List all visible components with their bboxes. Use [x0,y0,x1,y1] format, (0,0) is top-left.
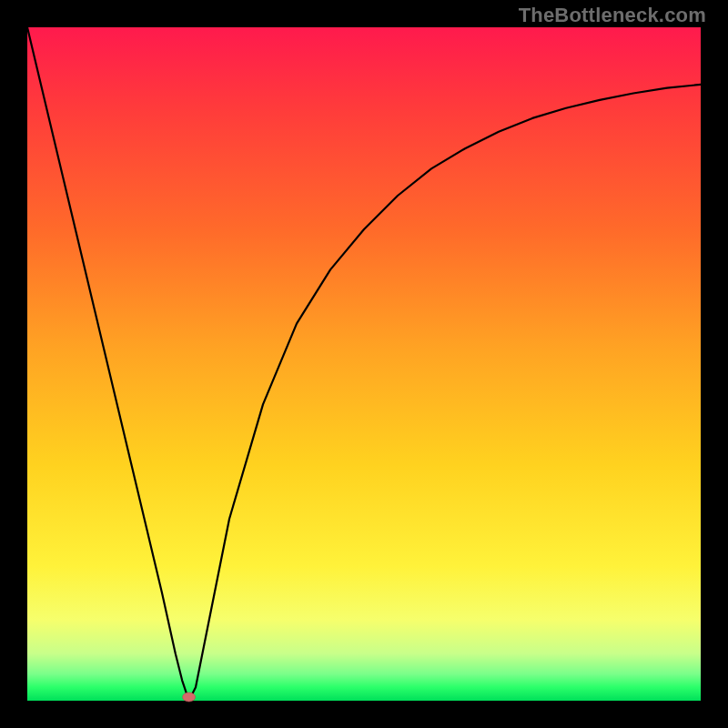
curve-svg [27,27,701,701]
minimum-point-marker [183,693,196,702]
branding-text: TheBottleneck.com [519,4,706,27]
bottleneck-curve [27,27,701,701]
plot-area [27,27,701,701]
chart-frame: TheBottleneck.com [0,0,728,728]
